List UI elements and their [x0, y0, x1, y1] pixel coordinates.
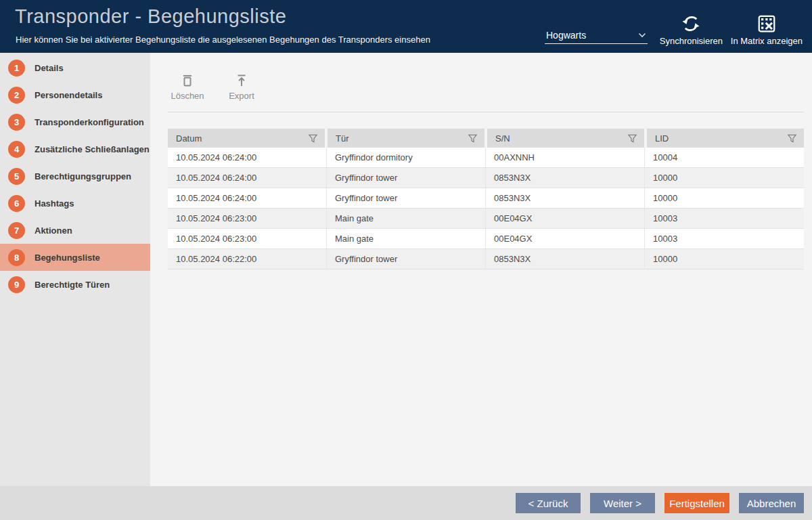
sidebar-item-berechtigte-tueren[interactable]: 9 Berechtigte Türen — [0, 271, 150, 298]
sidebar-item-aktionen[interactable]: 7 Aktionen — [0, 217, 150, 244]
sidebar-item-label: Hashtags — [35, 198, 74, 209]
export-icon — [235, 73, 248, 88]
sidebar-item-details[interactable]: 1 Details — [0, 54, 150, 81]
chevron-down-icon — [638, 32, 646, 38]
sidebar-item-label: Zusätzliche Schließanlagen — [35, 144, 150, 154]
locking-system-dropdown[interactable]: Hogwarts — [545, 30, 648, 44]
delete-button[interactable]: Löschen — [168, 73, 207, 101]
sidebar-item-label: Berechtigungsgruppen — [35, 171, 131, 181]
back-button[interactable]: < Zurück — [516, 493, 581, 513]
sidebar-item-personendetails[interactable]: 2 Personendetails — [0, 81, 150, 108]
export-label: Export — [229, 91, 254, 101]
step-number-badge: 4 — [8, 141, 25, 158]
step-number-badge: 9 — [8, 276, 25, 293]
show-in-matrix-button[interactable]: In Matrix anzeigen — [731, 14, 803, 46]
step-number-badge: 2 — [8, 87, 25, 104]
sidebar-item-label: Transponderkonfiguration — [35, 117, 144, 127]
toolbar-divider — [168, 112, 804, 112]
sidebar-item-berechtigungsgruppen[interactable]: 5 Berechtigungsgruppen — [0, 162, 150, 190]
step-number-badge: 8 — [8, 249, 25, 266]
next-button[interactable]: Weiter > — [590, 493, 655, 513]
table-row[interactable]: 10.05.2024 06:24:00 Gryffindor dormitory… — [168, 148, 804, 168]
header: Transponder - Begehungsliste Hier können… — [0, 0, 812, 53]
wizard-sidebar: 1 Details 2 Personendetails 3 Transponde… — [0, 53, 150, 486]
sidebar-item-begehungsliste[interactable]: 8 Begehungsliste — [0, 244, 150, 271]
step-number-badge: 5 — [8, 168, 25, 185]
trash-icon — [181, 73, 194, 88]
delete-label: Löschen — [171, 91, 204, 101]
sidebar-item-label: Details — [35, 63, 64, 73]
filter-icon[interactable] — [787, 133, 797, 144]
sidebar-item-hashtags[interactable]: 6 Hashtags — [0, 190, 150, 217]
page-subtitle: Hier können Sie bei aktivierter Begehung… — [16, 35, 430, 45]
step-number-badge: 6 — [8, 195, 25, 212]
step-number-badge: 7 — [8, 222, 25, 239]
sidebar-item-zusaetzliche-schliessanlagen[interactable]: 4 Zusätzliche Schließanlagen — [0, 135, 150, 162]
sidebar-item-label: Begehungsliste — [35, 253, 100, 263]
synchronize-button[interactable]: Synchronisieren — [660, 14, 723, 46]
access-list-table: Datum Tür S/N — [168, 129, 804, 269]
filter-icon[interactable] — [308, 133, 318, 144]
sidebar-item-label: Aktionen — [35, 225, 72, 236]
table-row[interactable]: 10.05.2024 06:24:00 Gryffindor tower 085… — [168, 188, 804, 209]
app-window: Transponder - Begehungsliste Hier können… — [0, 0, 812, 520]
cancel-button[interactable]: Abbrechen — [739, 493, 804, 513]
filter-icon[interactable] — [468, 133, 478, 144]
column-header-datum[interactable]: Datum — [168, 129, 325, 148]
column-header-tuer[interactable]: Tür — [328, 129, 484, 148]
table-toolbar: Löschen Export — [168, 73, 261, 101]
finish-button[interactable]: Fertigstellen — [664, 493, 729, 513]
sidebar-item-transponderkonfiguration[interactable]: 3 Transponderkonfiguration — [0, 108, 150, 135]
table-row[interactable]: 10.05.2024 06:24:00 Gryffindor tower 085… — [168, 168, 804, 188]
synchronize-label: Synchronisieren — [660, 36, 723, 46]
column-header-sn[interactable]: S/N — [487, 129, 644, 148]
step-number-badge: 3 — [8, 114, 25, 131]
table-body: 10.05.2024 06:24:00 Gryffindor dormitory… — [168, 148, 804, 269]
main-content: Löschen Export Datum — [150, 53, 812, 486]
step-number-badge: 1 — [8, 60, 25, 77]
sync-icon — [681, 14, 701, 34]
page-title: Transponder - Begehungsliste — [15, 5, 286, 28]
table-row[interactable]: 10.05.2024 06:22:00 Gryffindor tower 085… — [168, 249, 804, 269]
column-header-lid[interactable]: LID — [647, 129, 804, 148]
sidebar-item-label: Berechtigte Türen — [35, 280, 110, 290]
table-row[interactable]: 10.05.2024 06:23:00 Main gate 00E04GX 10… — [168, 229, 804, 249]
matrix-icon — [757, 14, 777, 34]
locking-system-value: Hogwarts — [546, 30, 586, 41]
filter-icon[interactable] — [627, 133, 637, 144]
table-row[interactable]: 10.05.2024 06:23:00 Main gate 00E04GX 10… — [168, 209, 804, 229]
show-in-matrix-label: In Matrix anzeigen — [731, 36, 803, 46]
footer-bar: < Zurück Weiter > Fertigstellen Abbreche… — [0, 486, 812, 520]
export-button[interactable]: Export — [222, 73, 261, 101]
table-header-row: Datum Tür S/N — [168, 129, 804, 148]
sidebar-item-label: Personendetails — [35, 90, 102, 100]
